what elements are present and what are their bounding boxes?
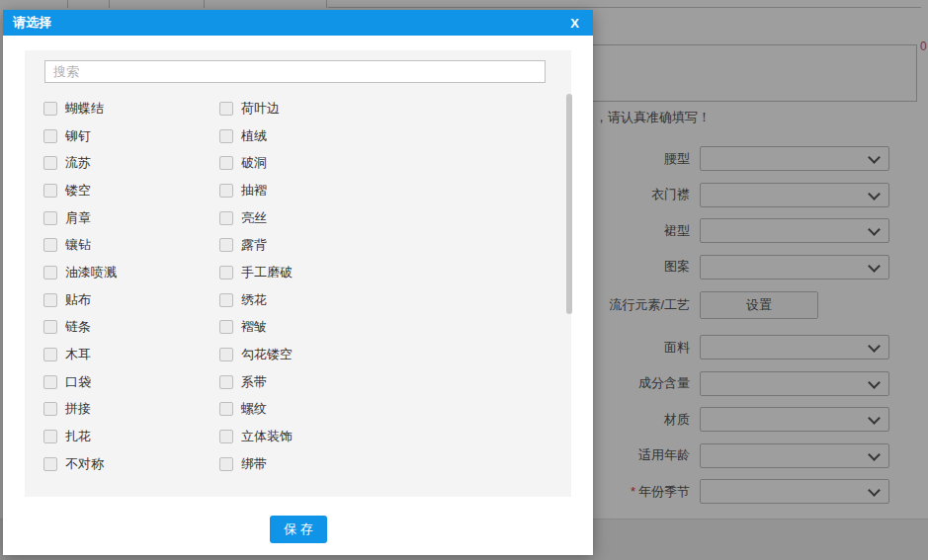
option-item[interactable]: 口袋 <box>43 373 201 391</box>
option-item[interactable]: 系带 <box>219 373 377 391</box>
save-button[interactable]: 保 存 <box>270 516 327 543</box>
option-label: 勾花镂空 <box>241 346 293 363</box>
checkbox[interactable] <box>219 102 233 116</box>
option-label: 贴布 <box>65 291 91 309</box>
checkbox[interactable] <box>43 238 57 252</box>
options-list: 蝴蝶结 荷叶边 铆钉 植绒 流苏 破洞 镂空 抽褶 <box>25 95 571 478</box>
dialog-header: 请选择 X <box>3 10 593 36</box>
checkbox[interactable] <box>219 156 233 170</box>
checkbox[interactable] <box>219 430 233 443</box>
checkbox[interactable] <box>43 102 57 116</box>
option-row: 油漆喷溅 手工磨破 <box>25 259 571 286</box>
option-label: 肩章 <box>65 209 91 227</box>
checkbox[interactable] <box>219 320 233 334</box>
option-item[interactable]: 镶钻 <box>43 236 201 254</box>
option-row: 肩章 亮丝 <box>25 204 571 232</box>
option-label: 植绒 <box>241 127 267 145</box>
option-item[interactable]: 螺纹 <box>219 400 377 418</box>
option-row: 不对称 绑带 <box>25 450 571 478</box>
option-label: 木耳 <box>65 346 91 363</box>
option-label: 立体装饰 <box>241 428 293 445</box>
checkbox[interactable] <box>43 457 57 471</box>
option-label: 亮丝 <box>241 209 267 227</box>
option-label: 镶钻 <box>65 236 91 254</box>
option-item[interactable]: 扎花 <box>43 428 201 445</box>
option-label: 系带 <box>241 373 267 391</box>
option-item[interactable]: 肩章 <box>43 209 201 227</box>
option-item[interactable]: 油漆喷溅 <box>43 264 201 281</box>
option-row: 蝴蝶结 荷叶边 <box>25 95 571 122</box>
option-item[interactable]: 绑带 <box>219 455 377 473</box>
option-label: 绑带 <box>241 455 267 473</box>
option-label: 手工磨破 <box>241 264 293 281</box>
option-label: 扎花 <box>65 428 91 445</box>
option-label: 螺纹 <box>241 400 267 418</box>
option-item[interactable]: 贴布 <box>43 291 201 309</box>
checkbox[interactable] <box>219 293 233 307</box>
option-label: 链条 <box>65 318 91 336</box>
checkbox[interactable] <box>43 266 57 280</box>
options-panel: 蝴蝶结 荷叶边 铆钉 植绒 流苏 破洞 镂空 抽褶 <box>25 50 571 497</box>
checkbox[interactable] <box>43 375 57 389</box>
option-row: 拼接 螺纹 <box>25 396 571 424</box>
option-row: 贴布 绣花 <box>25 286 571 314</box>
option-item[interactable]: 褶皱 <box>219 318 377 336</box>
checkbox[interactable] <box>43 156 57 170</box>
option-item[interactable]: 木耳 <box>43 346 201 363</box>
option-label: 拼接 <box>65 400 91 418</box>
checkbox[interactable] <box>43 129 57 143</box>
option-label: 褶皱 <box>241 318 267 336</box>
option-label: 口袋 <box>65 373 91 391</box>
option-label: 流苏 <box>65 154 91 172</box>
option-label: 露背 <box>241 236 267 254</box>
option-item[interactable]: 拼接 <box>43 400 201 418</box>
option-item[interactable]: 植绒 <box>219 127 377 145</box>
checkbox[interactable] <box>43 320 57 334</box>
checkbox[interactable] <box>43 293 57 307</box>
checkbox[interactable] <box>43 402 57 416</box>
option-item[interactable]: 勾花镂空 <box>219 346 377 363</box>
checkbox[interactable] <box>219 457 233 471</box>
option-label: 蝴蝶结 <box>65 100 104 118</box>
checkbox[interactable] <box>219 211 233 225</box>
checkbox[interactable] <box>219 184 233 198</box>
scrollbar-thumb[interactable] <box>566 94 572 314</box>
option-item[interactable]: 抽褶 <box>219 182 377 200</box>
option-item[interactable]: 蝴蝶结 <box>43 100 201 118</box>
checkbox[interactable] <box>43 348 57 361</box>
checkbox[interactable] <box>43 184 57 198</box>
checkbox[interactable] <box>43 430 57 443</box>
option-item[interactable]: 露背 <box>219 236 377 254</box>
option-label: 油漆喷溅 <box>65 264 117 281</box>
option-label: 铆钉 <box>65 127 91 145</box>
checkbox[interactable] <box>219 375 233 389</box>
dialog-title: 请选择 <box>13 14 51 32</box>
option-row: 口袋 系带 <box>25 368 571 396</box>
option-item[interactable]: 破洞 <box>219 154 377 172</box>
checkbox[interactable] <box>219 266 233 280</box>
option-item[interactable]: 铆钉 <box>43 127 201 145</box>
option-row: 链条 褶皱 <box>25 314 571 342</box>
option-row: 镶钻 露背 <box>25 231 571 259</box>
checkbox[interactable] <box>219 402 233 416</box>
option-row: 扎花 立体装饰 <box>25 423 571 450</box>
option-item[interactable]: 不对称 <box>43 455 201 473</box>
search-input[interactable] <box>44 60 546 83</box>
option-item[interactable]: 亮丝 <box>219 209 377 227</box>
option-item[interactable]: 手工磨破 <box>219 264 377 281</box>
option-item[interactable]: 链条 <box>43 318 201 336</box>
checkbox[interactable] <box>219 238 233 252</box>
option-item[interactable]: 镂空 <box>43 182 201 200</box>
option-item[interactable]: 荷叶边 <box>219 100 377 118</box>
option-item[interactable]: 流苏 <box>43 154 201 172</box>
option-item[interactable]: 立体装饰 <box>219 428 377 445</box>
option-label: 不对称 <box>65 455 104 473</box>
close-icon[interactable]: X <box>570 16 579 31</box>
option-label: 荷叶边 <box>241 100 280 118</box>
option-label: 镂空 <box>65 182 91 200</box>
checkbox[interactable] <box>43 211 57 225</box>
checkbox[interactable] <box>219 129 233 143</box>
option-item[interactable]: 绣花 <box>219 291 377 309</box>
option-label: 绣花 <box>241 291 267 309</box>
checkbox[interactable] <box>219 348 233 361</box>
